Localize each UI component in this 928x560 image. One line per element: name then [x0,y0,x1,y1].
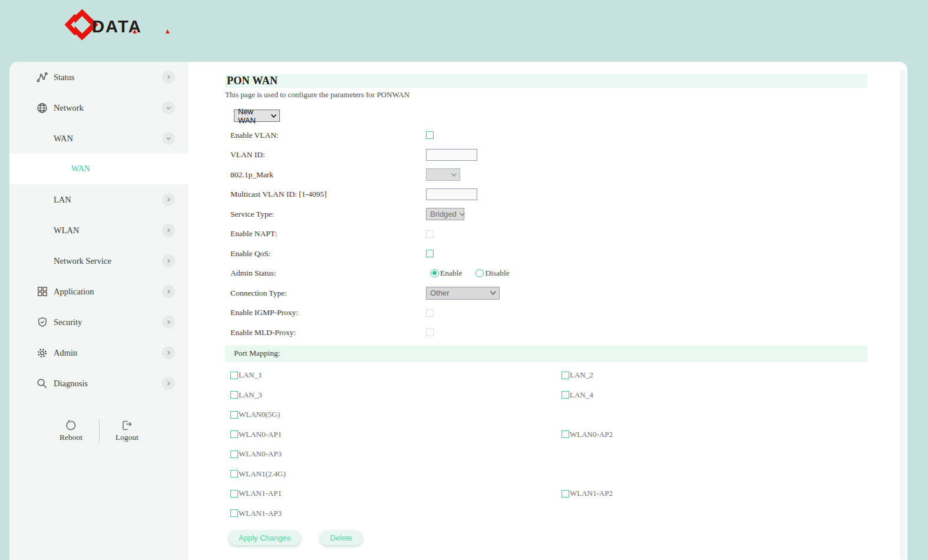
admin-status-radio-group: Enable Disable [426,269,510,278]
form-row-service-type: Service Type: Bridged [230,204,907,224]
ponwan-form: Enable VLAN: VLAN ID: 802.1p_Mark [230,125,907,343]
sidebar-item-security[interactable]: Security [9,307,189,337]
chevron-right-icon[interactable] [162,316,175,329]
status-graph-icon [37,72,48,83]
checkbox[interactable] [230,411,238,419]
checkbox[interactable] [562,490,569,498]
port-checkbox-wlan1-ap1[interactable]: WLAN1-AP1 [230,489,282,498]
sidebar-item-label: Application [54,287,94,297]
scrollbar-track[interactable] [900,70,906,560]
port-checkbox-lan4[interactable]: LAN_4 [562,390,593,400]
admin-status-enable-option[interactable]: Enable [431,269,462,278]
chevron-right-icon[interactable] [162,193,175,206]
form-row-enable-vlan: Enable VLAN: [230,125,907,145]
connection-type-dropdown[interactable]: Other [426,287,500,300]
port-checkbox-wlan0-ap3[interactable]: WLAN0-AP3 [230,449,282,459]
port-checkbox-wlan1-ap2[interactable]: WLAN1-AP2 [562,489,613,498]
field-label: Admin Status: [230,269,426,278]
checkbox[interactable] [230,470,238,478]
checkbox[interactable] [562,372,569,379]
page-subtitle: This page is used to configure the param… [225,90,907,100]
port-checkbox-wlan1-ap3[interactable]: WLAN1-AP3 [230,509,282,518]
sidebar-item-wlan[interactable]: WLAN [9,215,189,246]
checkbox[interactable] [230,509,238,517]
port-checkbox-lan3[interactable]: LAN_3 [230,390,262,400]
form-row-enable-mld-proxy: Enable MLD-Proxy: [230,323,907,343]
logout-button[interactable]: Logout [108,419,147,442]
port-mapping-header: Port Mapping: [225,345,867,362]
reboot-button[interactable]: Reboot [52,419,91,442]
chevron-right-icon[interactable] [162,254,175,267]
form-row-connection-type: Connection Type: Other [230,283,907,303]
checkbox[interactable] [230,372,238,379]
grid-icon [37,286,48,297]
8021p-mark-dropdown[interactable] [426,168,460,181]
delete-button[interactable]: Delete [320,531,362,545]
shield-check-icon [37,317,48,328]
sidebar-item-network[interactable]: Network [9,92,189,123]
enable-qos-checkbox[interactable] [426,250,434,257]
field-label: Multicast VLAN ID: [1-4095] [230,190,426,199]
service-type-value: Bridged [430,210,457,218]
port-checkbox-lan1[interactable]: LAN_1 [230,370,262,380]
service-type-dropdown[interactable]: Bridged [426,208,464,220]
sidebar-item-network-service[interactable]: Network Service [9,246,189,276]
reboot-label: Reboot [60,433,82,442]
chevron-down-icon [459,212,465,217]
port-checkbox-wlan1-24g[interactable]: WLAN1(2.4G) [230,469,286,479]
sidebar-item-lan[interactable]: LAN [9,184,189,215]
checkbox[interactable] [230,391,238,399]
field-label: 802.1p_Mark [230,170,426,180]
sidebar-item-admin[interactable]: Admin [9,337,189,368]
chevron-right-icon[interactable] [162,224,175,237]
chevron-right-icon[interactable] [162,71,175,84]
port-checkbox-lan2[interactable]: LAN_2 [562,370,593,380]
checkbox[interactable] [562,391,569,399]
enable-mld-proxy-checkbox[interactable] [426,329,434,336]
magnifier-icon [37,378,48,389]
chevron-right-icon[interactable] [162,346,175,359]
chevron-right-icon[interactable] [162,377,175,390]
reboot-icon [65,419,77,432]
field-label: Enable VLAN: [230,131,426,140]
sidebar-item-status[interactable]: Status [9,62,189,92]
sidebar-item-diagnosis[interactable]: Diagnosis [9,368,189,399]
multicast-vlan-id-input[interactable] [426,188,477,200]
checkbox[interactable] [562,430,569,438]
app-frame: Status Network WAN WAN [9,62,907,560]
port-checkbox-wlan0-ap1[interactable]: WLAN0-AP1 [230,430,282,439]
footer-divider [99,419,100,443]
enable-napt-checkbox[interactable] [426,230,434,238]
radio-disable[interactable] [475,269,484,277]
port-checkbox-wlan0-ap2[interactable]: WLAN0-AP2 [562,430,613,439]
admin-status-disable-option[interactable]: Disable [475,269,509,278]
form-row-admin-status: Admin Status: Enable Disable [230,264,907,284]
enable-igmp-proxy-checkbox[interactable] [426,309,434,317]
radio-enable-label: Enable [440,269,462,278]
checkbox[interactable] [230,430,238,438]
sidebar-item-wan-group[interactable]: WAN [9,123,189,154]
field-label: Enable IGMP-Proxy: [230,308,426,317]
form-row-enable-igmp-proxy: Enable IGMP-Proxy: [230,303,907,323]
field-label: Enable NAPT: [230,229,426,238]
sidebar-item-application[interactable]: Application [9,276,189,307]
wan-selector-dropdown[interactable]: New WAN [234,110,280,122]
globe-icon [37,102,48,114]
chevron-down-icon[interactable] [162,132,175,145]
chevron-right-icon[interactable] [162,285,175,298]
vlan-id-input[interactable] [426,149,477,161]
apply-changes-button[interactable]: Apply Changes [229,531,300,545]
chevron-down-icon[interactable] [162,101,175,114]
radio-enable[interactable] [431,269,439,277]
field-label: Enable QoS: [230,249,426,259]
sidebar-item-wan[interactable]: WAN [9,154,189,184]
page-title: PON WAN [227,75,278,87]
port-mapping-grid: LAN_1 LAN_2 LAN_3 LAN_4 [230,366,907,523]
logout-icon [121,419,133,432]
enable-vlan-checkbox[interactable] [426,131,434,139]
port-checkbox-wlan0-5g[interactable]: WLAN0(5G) [230,410,280,419]
checkbox[interactable] [230,450,238,458]
cdata-logo-graphic: DATA [65,8,194,42]
checkbox[interactable] [230,490,238,498]
field-label: Enable MLD-Proxy: [230,328,426,337]
